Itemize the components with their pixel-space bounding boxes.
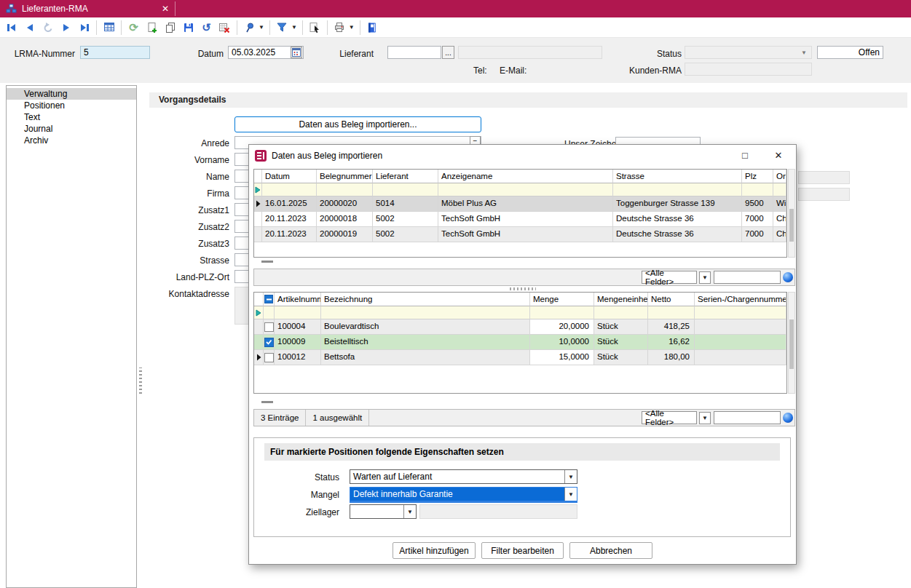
lrma-input[interactable]: 5 xyxy=(80,46,150,59)
table-row[interactable]: 100004 Boulevardtisch 20,0000 Stück 418,… xyxy=(254,319,786,335)
prop-ziellager-combobox[interactable]: ▼ xyxy=(350,504,417,519)
col-artikelnummer[interactable]: Artikelnummer xyxy=(275,293,321,306)
save-icon[interactable] xyxy=(179,19,197,36)
col-lieferant[interactable]: Lieferant xyxy=(373,170,438,183)
new-record-icon[interactable] xyxy=(143,19,161,36)
table-row[interactable]: 20.11.2023 20000019 5002 TechSoft GmbH D… xyxy=(254,227,786,242)
import-from-document-button[interactable]: Daten aus Beleg importieren... xyxy=(234,116,481,132)
documents-resize-grip[interactable] xyxy=(261,261,273,263)
pin-icon[interactable] xyxy=(240,19,259,36)
col-datum[interactable]: Datum xyxy=(262,170,317,183)
items-resize-grip[interactable] xyxy=(261,401,273,403)
row-checkbox[interactable] xyxy=(264,319,275,335)
strasse-label: Strasse xyxy=(142,255,229,266)
dialog-close-icon[interactable]: ✕ xyxy=(763,145,794,166)
kunden-rma-input[interactable] xyxy=(685,63,812,76)
lieferant-name-field xyxy=(458,46,602,59)
search-globe-icon[interactable] xyxy=(783,272,793,282)
calendar-icon[interactable] xyxy=(291,47,302,58)
status-label: Status xyxy=(609,49,682,59)
prop-status-combobox[interactable]: Warten auf Lieferant ▼ xyxy=(350,469,577,484)
prop-mangel-combobox[interactable]: Defekt innerhalb Garantie ▼ xyxy=(350,487,577,501)
table-row[interactable]: 100012 Bettsofa 15,0000 Stück 180,00 xyxy=(254,350,786,365)
cancel-button[interactable]: Abbrechen xyxy=(569,542,652,559)
documents-search-input[interactable] xyxy=(714,271,781,284)
row-checkbox[interactable] xyxy=(264,335,275,350)
dropdown-arrow-icon[interactable]: ▼ xyxy=(403,505,416,518)
section-list: Verwaltung Positionen Text Journal Archi… xyxy=(6,85,137,588)
table-row[interactable]: 20.11.2023 20000018 5002 TechSoft GmbH D… xyxy=(254,212,786,227)
filter-dropdown-icon[interactable]: ▼ xyxy=(291,24,297,31)
window-titlebar: Lieferanten-RMA ✕ xyxy=(0,0,911,17)
delete-record-icon[interactable] xyxy=(216,19,234,36)
table-row[interactable]: 16.01.2025 20000020 5014 Möbel Plus AG T… xyxy=(254,196,786,212)
lieferant-browse-button[interactable]: ... xyxy=(442,46,454,59)
col-anzeigename[interactable]: Anzeigename xyxy=(438,170,613,183)
items-field-selector[interactable]: <Alle Felder> xyxy=(642,411,697,424)
grid-view-icon[interactable] xyxy=(100,19,118,36)
pin-dropdown-icon[interactable]: ▼ xyxy=(259,24,264,31)
app-icon xyxy=(6,4,17,14)
main-toolbar: ⟳ ↺ ▼ ▼ ▼ xyxy=(0,17,911,38)
tables-splitter[interactable] xyxy=(510,287,536,290)
undo-icon[interactable]: ↺ xyxy=(197,19,216,36)
table-row[interactable]: 100009 Beistelltisch 10,0000 Stück 16,62 xyxy=(254,335,786,350)
copy-icon[interactable] xyxy=(161,19,179,36)
last-record-icon[interactable] xyxy=(75,19,93,36)
items-field-selector-arrow-icon[interactable]: ▼ xyxy=(699,412,711,424)
items-search-input[interactable] xyxy=(714,411,781,424)
items-scrollbar[interactable] xyxy=(788,292,795,394)
record-header: LRMA-Nummer 5 Datum 05.03.2025 Lieferant… xyxy=(0,38,911,83)
sidebar-item-archiv[interactable]: Archiv xyxy=(7,135,136,146)
journal-icon[interactable] xyxy=(363,19,382,36)
tab-close-icon[interactable]: ✕ xyxy=(156,0,175,17)
zusatz3-label: Zusatz3 xyxy=(142,239,229,249)
status-dropdown[interactable] xyxy=(685,46,812,59)
select-pointer-icon[interactable] xyxy=(306,19,324,36)
col-netto[interactable]: Netto xyxy=(648,293,695,306)
first-record-icon[interactable] xyxy=(2,19,20,36)
print-dropdown-icon[interactable]: ▼ xyxy=(349,24,355,31)
row-selector-header xyxy=(254,170,262,183)
filter-row-icon xyxy=(254,183,262,196)
row-checkbox[interactable] xyxy=(264,350,275,365)
dropdown-arrow-icon[interactable]: ▼ xyxy=(564,488,577,501)
dialog-icon xyxy=(255,150,267,162)
filter-icon[interactable] xyxy=(273,19,291,36)
col-ort[interactable]: Ort xyxy=(773,170,786,183)
col-plz[interactable]: Plz xyxy=(742,170,773,183)
edit-filter-button[interactable]: Filter bearbeiten xyxy=(481,542,564,559)
previous-record-icon[interactable] xyxy=(20,19,39,36)
sidebar-item-verwaltung[interactable]: Verwaltung xyxy=(7,88,136,100)
toolbar-separator xyxy=(121,20,122,35)
items-filter-row[interactable] xyxy=(254,306,786,319)
vorname-label: Vorname xyxy=(142,155,229,165)
lieferant-input[interactable] xyxy=(387,46,441,59)
col-bezeichnung[interactable]: Bezeichnung xyxy=(321,293,530,306)
documents-field-selector-arrow-icon[interactable]: ▼ xyxy=(699,271,711,284)
col-belegnummer[interactable]: Belegnummer xyxy=(317,170,373,183)
col-seriennummern[interactable]: Serien-/Chargennummern xyxy=(695,293,786,306)
sidebar-item-journal[interactable]: Journal xyxy=(7,123,136,135)
dialog-maximize-icon[interactable]: □ xyxy=(730,145,760,166)
properties-header: Für markierte Positionen folgende Eigens… xyxy=(264,443,780,461)
tab-lieferanten-rma[interactable]: Lieferanten-RMA xyxy=(0,0,175,17)
print-icon[interactable] xyxy=(331,19,349,36)
refresh-record-icon[interactable] xyxy=(39,19,57,36)
documents-field-selector[interactable]: <Alle Felder> xyxy=(642,271,697,284)
dropdown-arrow-icon[interactable]: ▼ xyxy=(564,470,577,483)
col-strasse[interactable]: Strasse xyxy=(613,170,742,183)
add-articles-button[interactable]: Artikel hinzufügen xyxy=(393,542,476,559)
sidebar-item-text[interactable]: Text xyxy=(7,111,136,123)
section-title: Vorgangsdetails xyxy=(149,92,907,108)
documents-filter-row[interactable] xyxy=(254,183,786,196)
search-globe-icon[interactable] xyxy=(783,413,793,423)
next-record-icon[interactable] xyxy=(57,19,75,36)
select-all-checkbox[interactable] xyxy=(264,293,275,306)
sidebar-item-positionen[interactable]: Positionen xyxy=(7,100,136,111)
col-mengeneinheit[interactable]: Mengeneinheit xyxy=(594,293,648,306)
col-menge[interactable]: Menge xyxy=(530,293,594,306)
documents-scrollbar[interactable] xyxy=(788,169,795,258)
sidebar-splitter[interactable] xyxy=(139,368,142,394)
refresh-icon[interactable]: ⟳ xyxy=(125,19,143,36)
